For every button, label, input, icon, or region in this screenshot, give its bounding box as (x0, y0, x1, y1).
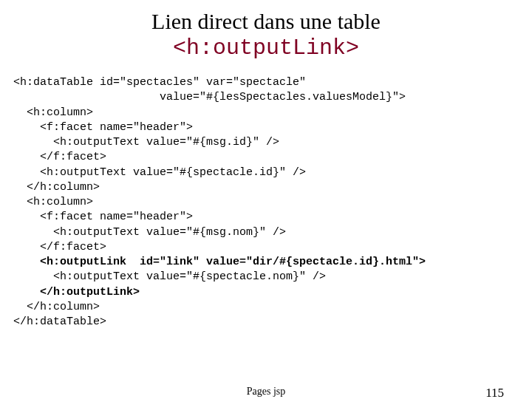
footer-label: Pages jsp (247, 386, 286, 398)
code-line: <h:outputText value="#{spectacle.id}" /> (13, 166, 306, 179)
code-line: <h:outputText value="#{spectacle.nom}" /… (13, 270, 326, 283)
code-line-bold: <h:outputLink id="link" value="dir/#{spe… (40, 256, 426, 268)
code-line-bold: </h:outputLink> (40, 286, 140, 299)
code-line: <h:dataTable id="spectacles" var="specta… (13, 76, 306, 89)
code-line: </f:facet> (13, 241, 106, 253)
code-line: </h:dataTable> (13, 316, 106, 328)
code-line: <h:column> (13, 106, 93, 119)
code-line: </h:column> (13, 301, 100, 313)
slide-subtitle: <h:outputLink> (0, 35, 532, 61)
code-line: <f:facet name="header"> (13, 121, 193, 134)
code-snippet: <h:dataTable id="spectacles" var="specta… (0, 61, 532, 330)
code-line: <h:outputText value="#{msg.id}" /> (13, 136, 279, 149)
code-line: </f:facet> (13, 151, 106, 163)
code-line: <f:facet name="header"> (13, 211, 193, 223)
code-line: value="#{lesSpectacles.valuesModel}"> (13, 91, 406, 103)
code-line: <h:outputText value="#{msg.nom}" /> (13, 226, 286, 239)
slide-header: Lien direct dans une table <h:outputLink… (0, 0, 532, 61)
slide-title: Lien direct dans une table (0, 9, 532, 34)
code-line-indent (13, 286, 40, 299)
page-number: 115 (485, 386, 504, 399)
code-line: <h:column> (13, 196, 93, 208)
code-line: </h:column> (13, 181, 100, 194)
code-line-indent (13, 256, 40, 268)
